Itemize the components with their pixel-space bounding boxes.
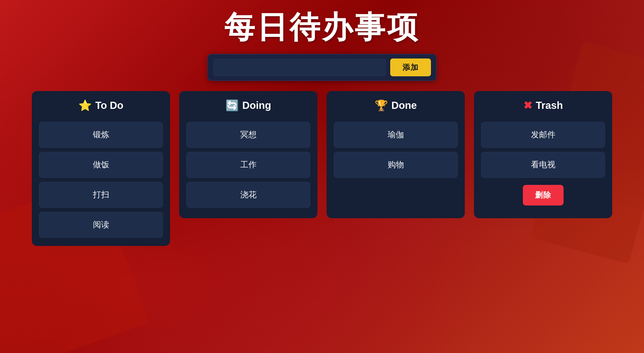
input-area: 添加 bbox=[207, 54, 437, 81]
todo-items: 锻炼 做饭 打扫 阅读 bbox=[39, 122, 163, 238]
delete-button[interactable]: 删除 bbox=[523, 185, 564, 205]
column-done: 🏆 Done 瑜伽 购物 bbox=[327, 91, 465, 218]
column-title-doing: Doing bbox=[242, 100, 271, 111]
task-card[interactable]: 看电视 bbox=[481, 152, 605, 178]
task-card[interactable]: 工作 bbox=[186, 152, 310, 178]
cross-icon: ✖ bbox=[523, 99, 532, 112]
column-header-doing: 🔄 Doing bbox=[186, 99, 310, 117]
trash-items: 发邮件 看电视 bbox=[481, 122, 605, 178]
column-title-todo: To Do bbox=[95, 100, 123, 111]
column-title-done: Done bbox=[391, 100, 417, 111]
trophy-icon: 🏆 bbox=[375, 99, 388, 112]
star-icon: ⭐ bbox=[78, 99, 92, 112]
task-card[interactable]: 浇花 bbox=[186, 182, 310, 208]
page-title: 每日待办事项 bbox=[224, 10, 420, 44]
task-input[interactable] bbox=[213, 58, 386, 76]
task-card[interactable]: 打扫 bbox=[39, 182, 163, 208]
task-card[interactable]: 做饭 bbox=[39, 152, 163, 178]
task-card[interactable]: 阅读 bbox=[39, 212, 163, 238]
column-header-trash: ✖ Trash bbox=[481, 99, 605, 117]
task-card[interactable]: 锻炼 bbox=[39, 122, 163, 148]
doing-icon: 🔄 bbox=[226, 99, 239, 112]
column-todo: ⭐ To Do 锻炼 做饭 打扫 阅读 bbox=[32, 91, 170, 246]
task-card[interactable]: 冥想 bbox=[186, 122, 310, 148]
done-items: 瑜伽 购物 bbox=[334, 122, 458, 178]
column-header-todo: ⭐ To Do bbox=[39, 99, 163, 117]
column-doing: 🔄 Doing 冥想 工作 浇花 bbox=[179, 91, 317, 218]
column-title-trash: Trash bbox=[536, 100, 563, 111]
task-card[interactable]: 发邮件 bbox=[481, 122, 605, 148]
column-trash: ✖ Trash 发邮件 看电视 删除 bbox=[474, 91, 612, 218]
task-card[interactable]: 购物 bbox=[334, 152, 458, 178]
columns-area: ⭐ To Do 锻炼 做饭 打扫 阅读 🔄 Doing 冥想 工作 浇花 bbox=[17, 91, 627, 246]
page-wrapper: 每日待办事项 添加 ⭐ To Do 锻炼 做饭 打扫 阅读 🔄 Doing bbox=[0, 0, 644, 246]
add-button[interactable]: 添加 bbox=[390, 58, 431, 76]
column-header-done: 🏆 Done bbox=[334, 99, 458, 117]
doing-items: 冥想 工作 浇花 bbox=[186, 122, 310, 208]
task-card[interactable]: 瑜伽 bbox=[334, 122, 458, 148]
